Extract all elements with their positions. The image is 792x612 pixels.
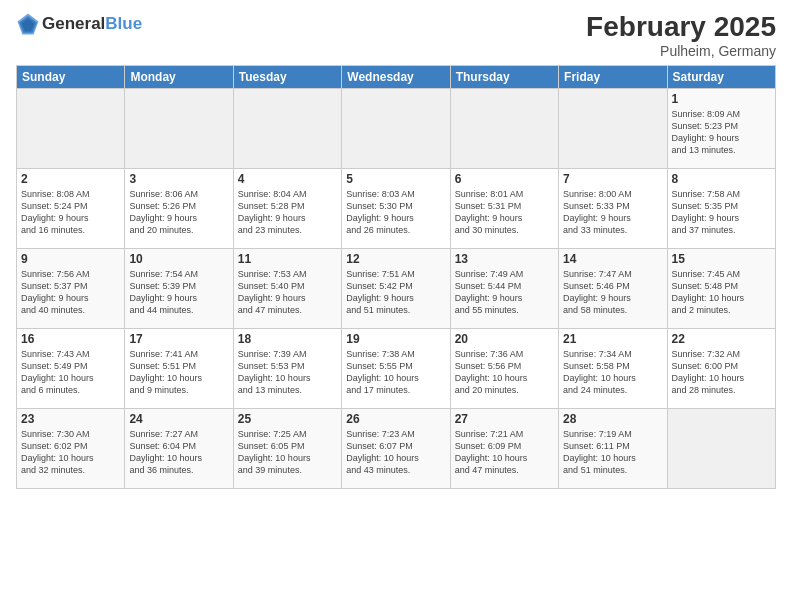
day-info: Sunrise: 7:56 AM Sunset: 5:37 PM Dayligh… xyxy=(21,268,120,317)
calendar-cell: 23Sunrise: 7:30 AM Sunset: 6:02 PM Dayli… xyxy=(17,408,125,488)
calendar-cell: 10Sunrise: 7:54 AM Sunset: 5:39 PM Dayli… xyxy=(125,248,233,328)
day-number: 6 xyxy=(455,172,554,186)
day-info: Sunrise: 8:04 AM Sunset: 5:28 PM Dayligh… xyxy=(238,188,337,237)
day-info: Sunrise: 7:43 AM Sunset: 5:49 PM Dayligh… xyxy=(21,348,120,397)
calendar-cell: 16Sunrise: 7:43 AM Sunset: 5:49 PM Dayli… xyxy=(17,328,125,408)
calendar-cell: 8Sunrise: 7:58 AM Sunset: 5:35 PM Daylig… xyxy=(667,168,775,248)
day-number: 2 xyxy=(21,172,120,186)
day-header-saturday: Saturday xyxy=(667,65,775,88)
calendar-cell: 12Sunrise: 7:51 AM Sunset: 5:42 PM Dayli… xyxy=(342,248,450,328)
calendar-week-row: 2Sunrise: 8:08 AM Sunset: 5:24 PM Daylig… xyxy=(17,168,776,248)
day-info: Sunrise: 8:00 AM Sunset: 5:33 PM Dayligh… xyxy=(563,188,662,237)
calendar-cell xyxy=(17,88,125,168)
calendar-cell: 21Sunrise: 7:34 AM Sunset: 5:58 PM Dayli… xyxy=(559,328,667,408)
logo-text: GeneralBlue xyxy=(42,15,142,34)
calendar-header-row: SundayMondayTuesdayWednesdayThursdayFrid… xyxy=(17,65,776,88)
calendar-cell xyxy=(125,88,233,168)
calendar-week-row: 1Sunrise: 8:09 AM Sunset: 5:23 PM Daylig… xyxy=(17,88,776,168)
day-info: Sunrise: 7:34 AM Sunset: 5:58 PM Dayligh… xyxy=(563,348,662,397)
calendar-cell: 18Sunrise: 7:39 AM Sunset: 5:53 PM Dayli… xyxy=(233,328,341,408)
day-number: 7 xyxy=(563,172,662,186)
calendar-cell: 20Sunrise: 7:36 AM Sunset: 5:56 PM Dayli… xyxy=(450,328,558,408)
logo: GeneralBlue xyxy=(16,12,142,36)
day-info: Sunrise: 7:49 AM Sunset: 5:44 PM Dayligh… xyxy=(455,268,554,317)
title-area: February 2025 Pulheim, Germany xyxy=(586,12,776,59)
day-info: Sunrise: 7:45 AM Sunset: 5:48 PM Dayligh… xyxy=(672,268,771,317)
day-number: 14 xyxy=(563,252,662,266)
calendar-table: SundayMondayTuesdayWednesdayThursdayFrid… xyxy=(16,65,776,489)
day-number: 24 xyxy=(129,412,228,426)
day-number: 8 xyxy=(672,172,771,186)
day-number: 28 xyxy=(563,412,662,426)
calendar-cell: 3Sunrise: 8:06 AM Sunset: 5:26 PM Daylig… xyxy=(125,168,233,248)
day-header-friday: Friday xyxy=(559,65,667,88)
calendar-cell: 17Sunrise: 7:41 AM Sunset: 5:51 PM Dayli… xyxy=(125,328,233,408)
day-number: 17 xyxy=(129,332,228,346)
calendar-cell: 26Sunrise: 7:23 AM Sunset: 6:07 PM Dayli… xyxy=(342,408,450,488)
day-number: 20 xyxy=(455,332,554,346)
day-info: Sunrise: 7:21 AM Sunset: 6:09 PM Dayligh… xyxy=(455,428,554,477)
day-number: 11 xyxy=(238,252,337,266)
day-header-wednesday: Wednesday xyxy=(342,65,450,88)
calendar-cell: 22Sunrise: 7:32 AM Sunset: 6:00 PM Dayli… xyxy=(667,328,775,408)
day-info: Sunrise: 7:58 AM Sunset: 5:35 PM Dayligh… xyxy=(672,188,771,237)
calendar-cell: 25Sunrise: 7:25 AM Sunset: 6:05 PM Dayli… xyxy=(233,408,341,488)
day-number: 18 xyxy=(238,332,337,346)
day-info: Sunrise: 7:54 AM Sunset: 5:39 PM Dayligh… xyxy=(129,268,228,317)
calendar-cell: 2Sunrise: 8:08 AM Sunset: 5:24 PM Daylig… xyxy=(17,168,125,248)
day-number: 15 xyxy=(672,252,771,266)
day-info: Sunrise: 7:41 AM Sunset: 5:51 PM Dayligh… xyxy=(129,348,228,397)
calendar-cell: 13Sunrise: 7:49 AM Sunset: 5:44 PM Dayli… xyxy=(450,248,558,328)
day-info: Sunrise: 7:47 AM Sunset: 5:46 PM Dayligh… xyxy=(563,268,662,317)
day-info: Sunrise: 7:25 AM Sunset: 6:05 PM Dayligh… xyxy=(238,428,337,477)
day-number: 16 xyxy=(21,332,120,346)
month-title: February 2025 xyxy=(586,12,776,43)
day-number: 3 xyxy=(129,172,228,186)
calendar-cell: 28Sunrise: 7:19 AM Sunset: 6:11 PM Dayli… xyxy=(559,408,667,488)
calendar-cell: 24Sunrise: 7:27 AM Sunset: 6:04 PM Dayli… xyxy=(125,408,233,488)
calendar-week-row: 23Sunrise: 7:30 AM Sunset: 6:02 PM Dayli… xyxy=(17,408,776,488)
day-number: 27 xyxy=(455,412,554,426)
day-number: 26 xyxy=(346,412,445,426)
calendar-cell: 7Sunrise: 8:00 AM Sunset: 5:33 PM Daylig… xyxy=(559,168,667,248)
day-number: 4 xyxy=(238,172,337,186)
day-number: 1 xyxy=(672,92,771,106)
header: GeneralBlue February 2025 Pulheim, Germa… xyxy=(16,12,776,59)
day-info: Sunrise: 7:38 AM Sunset: 5:55 PM Dayligh… xyxy=(346,348,445,397)
day-info: Sunrise: 7:51 AM Sunset: 5:42 PM Dayligh… xyxy=(346,268,445,317)
day-info: Sunrise: 7:19 AM Sunset: 6:11 PM Dayligh… xyxy=(563,428,662,477)
page-container: GeneralBlue February 2025 Pulheim, Germa… xyxy=(0,0,792,612)
calendar-cell: 15Sunrise: 7:45 AM Sunset: 5:48 PM Dayli… xyxy=(667,248,775,328)
calendar-cell: 4Sunrise: 8:04 AM Sunset: 5:28 PM Daylig… xyxy=(233,168,341,248)
calendar-cell: 5Sunrise: 8:03 AM Sunset: 5:30 PM Daylig… xyxy=(342,168,450,248)
logo-icon xyxy=(16,12,40,36)
day-info: Sunrise: 8:08 AM Sunset: 5:24 PM Dayligh… xyxy=(21,188,120,237)
day-header-tuesday: Tuesday xyxy=(233,65,341,88)
day-number: 9 xyxy=(21,252,120,266)
day-info: Sunrise: 7:36 AM Sunset: 5:56 PM Dayligh… xyxy=(455,348,554,397)
location: Pulheim, Germany xyxy=(586,43,776,59)
day-info: Sunrise: 8:06 AM Sunset: 5:26 PM Dayligh… xyxy=(129,188,228,237)
day-number: 19 xyxy=(346,332,445,346)
day-number: 13 xyxy=(455,252,554,266)
day-number: 5 xyxy=(346,172,445,186)
calendar-cell xyxy=(233,88,341,168)
day-number: 22 xyxy=(672,332,771,346)
day-info: Sunrise: 7:32 AM Sunset: 6:00 PM Dayligh… xyxy=(672,348,771,397)
day-info: Sunrise: 8:01 AM Sunset: 5:31 PM Dayligh… xyxy=(455,188,554,237)
calendar-cell: 19Sunrise: 7:38 AM Sunset: 5:55 PM Dayli… xyxy=(342,328,450,408)
day-info: Sunrise: 7:30 AM Sunset: 6:02 PM Dayligh… xyxy=(21,428,120,477)
day-number: 25 xyxy=(238,412,337,426)
calendar-cell: 11Sunrise: 7:53 AM Sunset: 5:40 PM Dayli… xyxy=(233,248,341,328)
day-info: Sunrise: 8:03 AM Sunset: 5:30 PM Dayligh… xyxy=(346,188,445,237)
day-number: 21 xyxy=(563,332,662,346)
day-info: Sunrise: 8:09 AM Sunset: 5:23 PM Dayligh… xyxy=(672,108,771,157)
day-header-thursday: Thursday xyxy=(450,65,558,88)
calendar-week-row: 9Sunrise: 7:56 AM Sunset: 5:37 PM Daylig… xyxy=(17,248,776,328)
day-number: 10 xyxy=(129,252,228,266)
calendar-cell xyxy=(559,88,667,168)
day-header-monday: Monday xyxy=(125,65,233,88)
calendar-cell: 27Sunrise: 7:21 AM Sunset: 6:09 PM Dayli… xyxy=(450,408,558,488)
day-info: Sunrise: 7:27 AM Sunset: 6:04 PM Dayligh… xyxy=(129,428,228,477)
calendar-cell xyxy=(342,88,450,168)
